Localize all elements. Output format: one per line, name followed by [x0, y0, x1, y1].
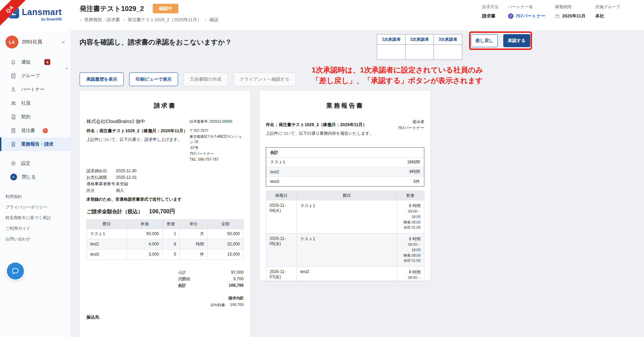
approve-button[interactable]: 承認する	[503, 34, 530, 47]
breadcrumb-separator: ›	[205, 17, 206, 23]
create-article5-docs-button[interactable]: 五条書類の作成	[183, 72, 228, 86]
col-header-amount: 金額	[208, 219, 244, 229]
report-summary-table: 合計 テスト1 16時間 test2 8時間 test3 5件	[266, 147, 424, 187]
approver-table-wrap: 1次承認者 2次承認者 3次承認者	[377, 34, 462, 60]
cell-item: test2	[297, 267, 397, 281]
sidebar-item-contracts[interactable]: 契約	[0, 110, 71, 124]
col-header-unit: 単位	[180, 219, 208, 229]
field-label: 区分	[86, 188, 116, 193]
summary-qty: 16時間	[407, 159, 420, 165]
cell-unit: 件	[180, 249, 208, 259]
logo-area: QA Lansmart by SmartHR	[0, 0, 71, 31]
footer-link-guide[interactable]: ご利用ガイド	[0, 223, 71, 234]
cell-unit-price: 50,000	[127, 229, 163, 239]
subtotal-label: 小計	[178, 270, 186, 275]
annotation-text: 1次承認時は、1次承認者に設定されている社員のみ 「差し戻し」、「承認する」ボタ…	[256, 65, 539, 86]
chat-support-button[interactable]	[7, 262, 24, 280]
meta-label: 稼働期間	[555, 4, 586, 10]
invoice-item-row: test2 4,000 8 時間 32,000	[87, 239, 244, 249]
partner-name-link[interactable]: 757パートナー	[516, 13, 546, 19]
col-header-date: 稼働日	[266, 191, 297, 200]
sidebar-item-employees[interactable]: 社員	[0, 96, 71, 110]
sidebar-item-label: 社員	[21, 100, 30, 106]
notification-count-badge: 4	[44, 59, 50, 65]
breadcrumb-separator: ›	[123, 17, 125, 23]
issuer-address-2: -57号	[190, 145, 244, 151]
breadcrumb-link-reports[interactable]: 業務報告・請求書	[84, 17, 120, 23]
logo-subtext: by SmartHR	[41, 17, 61, 21]
field-label: 請求締め日	[86, 168, 116, 174]
invoice-recipient: 株式会社CloudBrains2 御中	[86, 119, 188, 125]
person-icon	[10, 86, 16, 93]
meta-label: パートナー名	[508, 4, 546, 10]
show-print-view-button[interactable]: 印刷ビューで表示	[129, 72, 178, 86]
breakdown-value: 106,700	[230, 302, 244, 308]
cell-amount: 15,000	[208, 249, 244, 259]
page-title: 発注書テスト1029_2	[80, 4, 144, 13]
col-header-item: 費目	[87, 219, 127, 229]
invoice-preview-card: 請求書 株式会社CloudBrains2 御中 件名：発注書テスト1029_2（…	[80, 91, 250, 337]
footer-link-privacy[interactable]: プライバシーポリシー	[0, 202, 71, 213]
cell-amount: 50,000	[208, 229, 244, 239]
summary-row: テスト1 16時間	[266, 158, 424, 167]
approver-cell-1	[377, 45, 406, 60]
issuer-tel: TEL: 090-757-757	[190, 157, 244, 162]
sidebar-item-label: グループ	[21, 73, 40, 79]
subtotal-value: 97,000	[231, 270, 244, 275]
meta-label: 請求方法	[482, 4, 498, 10]
col-header-item: 費目	[297, 191, 397, 200]
show-approval-history-button[interactable]: 承認履歴を表示	[80, 72, 124, 86]
cell-qty: 8	[163, 239, 180, 249]
summary-row: test2 8時間	[266, 167, 424, 177]
header-content: 発注書テスト1029_2 確認中 › 業務報告・請求書 › 発注書テスト1029…	[71, 0, 644, 31]
cell-unit: 時間	[180, 239, 208, 249]
sidebar-item-close[interactable]: 閉じる	[0, 170, 71, 184]
main-content: 内容を確認し、請求書の承認をおこないますか？ 1次承認者 2次承認者 3次承認者	[71, 31, 644, 337]
footer-link-terms[interactable]: 利用規約	[0, 191, 71, 202]
cell-item: test2	[87, 239, 127, 249]
cell-item: テスト1	[297, 200, 397, 233]
sidebar-item-settings[interactable]: 設定	[0, 157, 71, 170]
invoice-issuer-block: 請求書番号: 202511-00005 〒757-7577 東京都港区7-5-7…	[190, 119, 244, 162]
cell-qty: 8 時間 09:00～18:00 稼働 08:00 休憩 01:00	[397, 233, 424, 267]
report-detail-table: 稼働日 費目 数量 2025-11-04(火) テスト1 8 時間 09:00～…	[266, 191, 424, 281]
breadcrumb-separator: ›	[80, 17, 81, 23]
sidebar-item-purchase-orders[interactable]: 発注書 !	[0, 124, 71, 137]
summary-qty: 5件	[413, 179, 420, 185]
col-header-qty: 数量	[397, 191, 424, 200]
issuer-address-1: 東京都港区7-5-7-ABCDマンション-7F	[190, 134, 244, 145]
document-actions: 承認履歴を表示 印刷ビューで表示 五条書類の作成 クライアントへ確認する	[80, 72, 296, 86]
footer-link-commerce-law[interactable]: 特定商取引に基づく表記	[0, 213, 71, 223]
report-title: 業務報告書	[266, 102, 424, 110]
cell-unit: 月	[180, 229, 208, 239]
approver-header-3: 3次承認者	[434, 35, 462, 45]
sidebar-item-work-reports[interactable]: 業務報告・請求	[0, 137, 71, 151]
breadcrumb-link-order[interactable]: 発注書テスト1029_2（2025年11月）	[127, 17, 202, 23]
field-value: 個人	[116, 188, 124, 193]
reject-button[interactable]: 差し戻し	[471, 34, 498, 47]
people-icon	[10, 100, 16, 106]
invoice-item-row: test3 3,000 5 件 15,000	[87, 249, 244, 259]
alert-badge: !	[43, 128, 48, 133]
total-label: 合計	[178, 283, 186, 288]
grand-total-label: ご請求金額合計（税込）	[86, 208, 143, 215]
calendar-icon	[555, 14, 560, 19]
cell-qty: 8 時間 09:00～18:00 稼働 08:00 休憩 01:00	[397, 267, 424, 281]
app-logo[interactable]: Lansmart by SmartHR	[8, 8, 62, 21]
sidebar-item-notifications[interactable]: 通知 4	[0, 55, 71, 69]
sidebar-item-partners[interactable]: パートナー	[0, 83, 71, 96]
field-value: 未登録	[116, 181, 128, 187]
user-menu[interactable]: LA 2051社員	[0, 31, 71, 52]
chat-bubble-icon	[11, 267, 20, 275]
confirm-with-client-button[interactable]: クライアントへ確認する	[233, 72, 296, 86]
invoice-greeting: 上記件について、以下の通り、請求申し上げます。	[86, 137, 188, 143]
field-value: 2025-11-30	[116, 168, 137, 173]
footer-link-contact[interactable]: お問い合わせ	[0, 234, 71, 244]
building-icon	[10, 73, 16, 79]
sidebar-item-label: 閉じる	[22, 174, 36, 180]
partner-avatar: 7	[508, 13, 513, 19]
sidebar-item-groups[interactable]: グループ	[0, 69, 71, 83]
summary-row: test3 5件	[266, 177, 424, 186]
sidebar-item-label: 通知	[21, 59, 30, 65]
cell-date: 2025-11-04(火)	[266, 200, 297, 233]
